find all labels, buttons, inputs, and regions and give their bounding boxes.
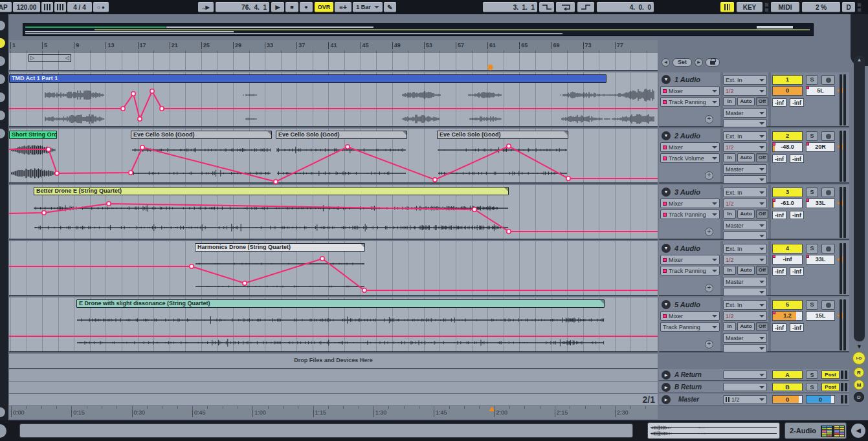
time-ruler[interactable]: 0:000:150:300:451:001:151:301:452:002:15… — [9, 406, 658, 419]
return-name[interactable]: B Return — [674, 383, 702, 391]
loop-start-handle[interactable]: ▷ — [30, 55, 34, 61]
device-parameter-select[interactable]: Track Panning — [660, 322, 720, 332]
master-name[interactable]: Master — [678, 396, 699, 403]
info-view-toggle-icon[interactable] — [0, 424, 6, 438]
loop-start-field[interactable]: 3. 1. 1 — [483, 2, 537, 12]
next-locator-button[interactable]: ▶ — [695, 58, 703, 67]
vertical-scrollbar[interactable]: ▲ — [854, 56, 865, 341]
track-name[interactable]: 4 Audio — [674, 244, 700, 252]
output-channel-box[interactable] — [723, 288, 767, 296]
input-channel-select[interactable]: 1/2 — [723, 311, 767, 321]
pan-field[interactable]: 15L — [806, 311, 835, 321]
input-type-select[interactable]: Ext. In — [723, 131, 767, 141]
arm-button[interactable] — [821, 300, 835, 310]
beat-time-ruler[interactable]: 1591317212529333741454953576165697377 — [9, 40, 658, 53]
draw-mode-button[interactable]: ✎ — [384, 2, 396, 12]
monitor-auto-button[interactable]: Auto — [737, 210, 755, 219]
loop-switch[interactable] — [556, 2, 575, 12]
tempo-field[interactable]: 120.00 — [13, 2, 40, 12]
track-fold-button[interactable]: ▼ — [662, 188, 671, 197]
volume-field[interactable]: -48.0 — [772, 142, 803, 152]
loop-end-handle[interactable]: ◁ — [65, 55, 69, 61]
add-automation-lane-button[interactable]: + — [705, 115, 713, 124]
clip[interactable]: E Drone with slight dissonance (String Q… — [76, 299, 605, 308]
loop-length-field[interactable]: 4. 0. 0 — [597, 2, 654, 12]
device-parameter-select[interactable]: Track Panning — [660, 210, 720, 219]
monitor-auto-button[interactable]: Auto — [737, 153, 755, 162]
return-a-lane[interactable] — [9, 369, 658, 382]
add-automation-lane-button[interactable]: + — [705, 284, 713, 292]
computer-midi-keyboard-button[interactable] — [720, 2, 734, 12]
stop-button[interactable]: ■ — [285, 2, 298, 12]
track-header-1[interactable]: ▼1 AudioMixerTrack Panning+Ext. In1/2InA… — [659, 72, 849, 127]
input-channel-select[interactable]: 1/2 — [723, 142, 767, 152]
solo-button[interactable]: S — [806, 300, 818, 310]
monitor-off-button[interactable]: Off — [756, 153, 768, 162]
pan-field[interactable]: 20R — [806, 142, 835, 152]
return-solo-button[interactable]: S — [806, 371, 818, 379]
monitor-off-button[interactable]: Off — [756, 210, 768, 219]
cue-output-select[interactable]: 1/2 — [723, 395, 767, 404]
output-select[interactable]: Master — [723, 108, 767, 118]
view-toggle-icon[interactable] — [0, 92, 5, 102]
view-toggle-icon[interactable] — [0, 74, 5, 84]
device-parameter-select[interactable]: Track Panning — [660, 97, 720, 107]
pre-post-toggle[interactable]: Post — [821, 383, 840, 391]
input-channel-select[interactable]: 1/2 — [723, 199, 767, 208]
track-fold-button[interactable]: ▼ — [662, 131, 671, 140]
key-map-mode-button[interactable]: KEY — [737, 2, 762, 12]
mixer-select[interactable]: Mixer — [660, 255, 720, 264]
device-parameter-select[interactable]: Track Volume — [660, 153, 720, 163]
pan-field[interactable]: 5L — [806, 86, 835, 96]
disk-overload-indicator[interactable]: D — [842, 2, 855, 12]
track-activator[interactable]: 4 — [772, 244, 803, 253]
solo-button[interactable]: S — [806, 75, 818, 85]
time-signature-field[interactable]: 4 / 4 — [67, 2, 92, 12]
mixer-select[interactable]: Mixer — [660, 142, 720, 152]
view-toggle-icon[interactable] — [0, 56, 5, 66]
return-activator[interactable]: A — [772, 371, 803, 379]
volume-field[interactable]: 1.2 — [772, 311, 803, 321]
drop-zone[interactable]: Drop Files and Devices Here — [9, 354, 658, 369]
monitor-in-button[interactable]: In — [723, 97, 736, 106]
mixer-select[interactable]: Mixer — [660, 311, 720, 321]
scrub-area[interactable]: ▷◁ — [9, 53, 658, 71]
monitor-off-button[interactable]: Off — [756, 322, 768, 331]
browser-toggle-icon[interactable] — [0, 21, 5, 30]
punch-in-button[interactable] — [539, 2, 554, 12]
return-b-lane[interactable] — [9, 382, 658, 394]
track-activator[interactable]: 5 — [772, 300, 803, 310]
punch-out-button[interactable] — [577, 2, 594, 12]
clip[interactable]: Eve Cello Solo (Good) — [131, 131, 272, 139]
monitor-auto-button[interactable]: Auto — [737, 266, 755, 275]
set-locator-button[interactable]: Set — [673, 58, 692, 67]
return-channel-box[interactable] — [723, 383, 767, 391]
track-activator[interactable]: 3 — [772, 188, 803, 197]
return-activator[interactable]: B — [772, 383, 803, 391]
pan-field[interactable]: 33L — [806, 255, 835, 264]
track-header-2[interactable]: ▼2 AudioMixerTrack Volume+Ext. In1/2InAu… — [659, 129, 849, 184]
input-channel-select[interactable]: 1/2 — [723, 255, 767, 264]
clip[interactable]: Short String Orc — [9, 131, 57, 139]
arrangement-position-field[interactable]: 76. 4. 1 — [216, 2, 269, 12]
device-parameter-select[interactable]: Track Panning — [660, 266, 720, 275]
monitor-off-button[interactable]: Off — [756, 97, 768, 106]
cue-volume-field[interactable]: 0 — [806, 395, 835, 403]
metronome-button[interactable]: ○ ● — [93, 2, 109, 12]
add-automation-lane-button[interactable]: + — [705, 340, 713, 349]
back-to-arrangement-button[interactable]: ≡+ — [335, 2, 351, 12]
view-toggle-icon[interactable] — [0, 407, 5, 417]
view-toggle-icon[interactable] — [0, 129, 5, 138]
output-channel-box[interactable] — [723, 344, 767, 352]
lock-envelopes-button[interactable] — [706, 58, 720, 67]
output-channel-box[interactable] — [723, 175, 767, 184]
nudge-down-button[interactable] — [41, 2, 53, 12]
return-name[interactable]: A Return — [674, 371, 702, 378]
input-type-select[interactable]: Ext. In — [723, 188, 767, 197]
solo-button[interactable]: S — [806, 131, 818, 141]
return-channel-box[interactable] — [723, 371, 767, 379]
mixer-select[interactable]: Mixer — [660, 199, 720, 208]
hide-detail-view-button[interactable]: ◀ — [851, 424, 865, 438]
output-channel-box[interactable] — [723, 231, 767, 240]
input-type-select[interactable]: Ext. In — [723, 75, 767, 85]
